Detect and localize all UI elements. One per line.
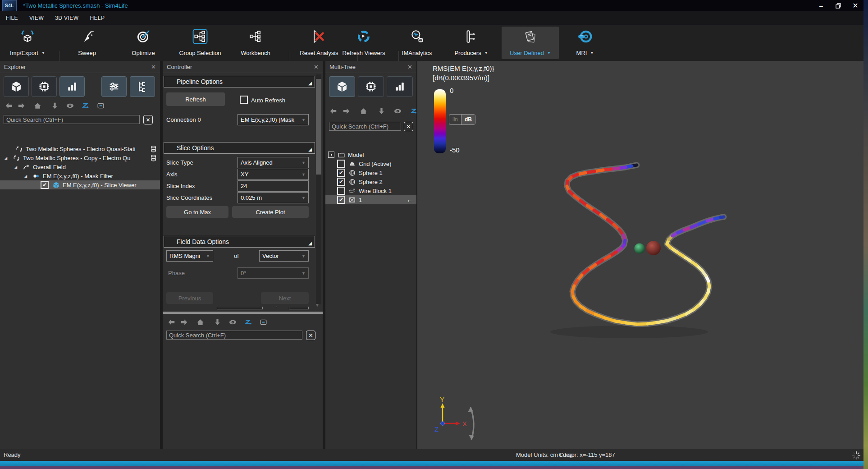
- explorer-search-input[interactable]: [4, 115, 140, 124]
- 3d-viewport[interactable]: Y X Z RMS{EM E(x,y,z,f0)} [dB(0.000395V/…: [417, 61, 863, 449]
- toolbar-sweep[interactable]: Sweep: [62, 27, 112, 59]
- expander-icon[interactable]: ◢: [5, 156, 9, 160]
- toolbar-imanalytics[interactable]: IMAnalytics: [392, 27, 442, 59]
- z-move-icon[interactable]: [81, 101, 90, 110]
- close-button[interactable]: ✕: [848, 0, 863, 11]
- wire-1-checkbox[interactable]: ✔: [337, 196, 345, 204]
- viewport-3d-scene[interactable]: Y X Z: [417, 61, 863, 449]
- interval-input[interactable]: [217, 307, 263, 309]
- explorer-tab-model[interactable]: [4, 76, 29, 97]
- down-arrow-icon[interactable]: [213, 318, 222, 326]
- toolbar-workbench[interactable]: Workbench: [230, 27, 281, 59]
- controller-scrollbar[interactable]: [316, 74, 321, 304]
- back-arrow-icon[interactable]: [329, 107, 338, 115]
- home-icon[interactable]: [196, 318, 205, 326]
- slice-type-dropdown[interactable]: Axis Aligned ▼: [238, 157, 309, 168]
- close-icon[interactable]: ✕: [314, 64, 319, 70]
- tree-row-simulation-2[interactable]: ◢ Two Metallic Spheres - Copy - Electro …: [0, 153, 160, 162]
- previous-button[interactable]: Previous: [166, 292, 213, 304]
- eye-icon[interactable]: [66, 101, 74, 110]
- close-icon[interactable]: ✕: [151, 64, 156, 70]
- db-scale-button[interactable]: dB: [461, 115, 475, 124]
- connection-dropdown[interactable]: EM E(x,y,z,f0) [Mask ▼: [238, 114, 309, 125]
- tree-row-overall-field[interactable]: ◢ Overall Field: [0, 162, 160, 171]
- tree-row-slice-viewer[interactable]: ✔ EM E(x,y,z,f0) - Slice Viewer: [0, 180, 160, 189]
- multitree-search-clear-button[interactable]: ✕: [404, 122, 413, 131]
- slice-index-input[interactable]: [238, 180, 309, 192]
- forward-arrow-icon[interactable]: [17, 101, 26, 110]
- database-icon[interactable]: [150, 154, 157, 162]
- z-move-icon[interactable]: [410, 107, 417, 115]
- chevron-down-icon[interactable]: ▼: [590, 51, 594, 55]
- chevron-down-icon[interactable]: ▼: [41, 51, 45, 55]
- create-plot-button[interactable]: Create Plot: [232, 206, 309, 218]
- wire-block-checkbox[interactable]: [337, 187, 345, 195]
- tree-row-wire-1[interactable]: ✔ 1 ←: [325, 195, 417, 204]
- restore-button[interactable]: [831, 0, 845, 11]
- forward-arrow-icon[interactable]: [342, 107, 351, 115]
- minimize-button[interactable]: –: [814, 0, 828, 11]
- slice-options-header[interactable]: Slice Options ◢: [164, 142, 315, 154]
- grid-checkbox[interactable]: [337, 160, 345, 168]
- menu-help[interactable]: HELP: [90, 15, 105, 21]
- close-icon[interactable]: ✕: [407, 64, 412, 70]
- tree-row-model[interactable]: Model: [325, 150, 417, 159]
- rms-dropdown[interactable]: RMS Magni ▼: [166, 250, 213, 262]
- menu-3d-view[interactable]: 3D VIEW: [55, 15, 78, 21]
- explorer-search-clear-button[interactable]: ✕: [143, 115, 153, 124]
- collapse-all-icon[interactable]: [259, 318, 268, 326]
- axis-dropdown[interactable]: XY ▼: [238, 169, 309, 180]
- back-arrow-icon[interactable]: [5, 101, 13, 110]
- vector-dropdown[interactable]: Vector ▼: [259, 250, 309, 262]
- home-icon[interactable]: [33, 101, 42, 110]
- slice-coordinates-dropdown[interactable]: 0.025 m ▼: [238, 192, 309, 203]
- title-bar[interactable]: S4L *Two Metallic Spheres.smash - Sim4Li…: [0, 0, 868, 11]
- eye-icon[interactable]: [393, 107, 402, 115]
- collapse-all-icon[interactable]: [96, 101, 105, 110]
- tree-row-simulation-1[interactable]: Two Metallic Spheres - Electro Quasi-Sta…: [0, 144, 160, 153]
- multitree-tab-model[interactable]: [329, 76, 355, 97]
- down-arrow-icon[interactable]: [377, 107, 386, 115]
- tree-row-mask-filter[interactable]: ◢ EM E(x,y,z,f0) - Mask Filter: [0, 171, 160, 180]
- controller-horizontal-splitter[interactable]: [163, 312, 323, 314]
- sphere-1-checkbox[interactable]: ✔: [337, 169, 345, 177]
- toolbar-imp-export[interactable]: Imp/Export▼: [4, 27, 51, 59]
- toolbar-mri[interactable]: MRI▼: [562, 27, 608, 59]
- toolbar-refresh-viewers[interactable]: Refresh Viewers: [334, 27, 393, 59]
- menu-view[interactable]: VIEW: [29, 15, 44, 21]
- toolbar-user-defined[interactable]: User Defined▼: [502, 27, 559, 59]
- step-input[interactable]: [289, 307, 309, 309]
- expander-icon[interactable]: ◢: [14, 165, 19, 169]
- scrollbar-thumb[interactable]: [316, 79, 321, 175]
- multitree-tab-analysis[interactable]: [387, 76, 413, 97]
- model-partial-checkbox[interactable]: [328, 152, 334, 158]
- explorer-filter-button[interactable]: [101, 76, 127, 97]
- explorer-tab-analysis[interactable]: [59, 76, 85, 97]
- next-button[interactable]: Next: [261, 292, 309, 304]
- eye-icon[interactable]: [228, 318, 237, 326]
- go-to-max-button[interactable]: Go to Max: [166, 206, 228, 218]
- menu-file[interactable]: FILE: [6, 15, 18, 21]
- controller-search-clear-button[interactable]: ✕: [306, 331, 315, 340]
- toolbar-optimize[interactable]: Optimize: [119, 27, 168, 59]
- expander-icon[interactable]: ◢: [24, 174, 29, 178]
- forward-arrow-icon[interactable]: [180, 318, 188, 326]
- home-icon[interactable]: [359, 107, 368, 115]
- auto-refresh-checkbox[interactable]: [240, 96, 248, 104]
- database-icon[interactable]: [150, 145, 157, 153]
- linear-scale-button[interactable]: lin: [449, 115, 461, 124]
- toolbar-group-selection[interactable]: Group Selection: [171, 27, 229, 59]
- multitree-tab-simulation[interactable]: [358, 76, 384, 97]
- controller-search-input[interactable]: [166, 331, 302, 340]
- tree-row-sphere-2[interactable]: ✔ Sphere 2: [325, 177, 417, 186]
- pipeline-options-header[interactable]: Pipeline Options ◢: [164, 76, 315, 87]
- sphere-2-checkbox[interactable]: ✔: [337, 178, 345, 186]
- tree-row-sphere-1[interactable]: ✔ Sphere 1: [325, 168, 417, 177]
- scroll-down-arrow-icon[interactable]: ▼: [315, 303, 320, 308]
- chevron-down-icon[interactable]: ▼: [547, 51, 551, 55]
- tree-row-grid[interactable]: Grid (Active): [325, 159, 417, 168]
- field-data-options-header[interactable]: Field Data Options ◢: [164, 236, 315, 248]
- z-move-icon[interactable]: [244, 318, 252, 326]
- multitree-search-input[interactable]: [329, 122, 401, 131]
- toolbar-producers[interactable]: Producers▼: [443, 27, 499, 59]
